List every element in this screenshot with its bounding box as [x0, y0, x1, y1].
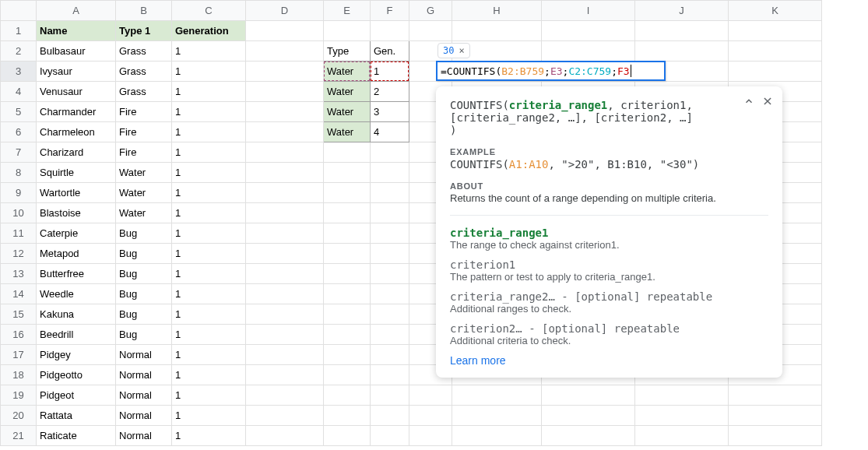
cell-A19[interactable]: Pidgeot [37, 385, 116, 406]
column-header-C[interactable]: C [172, 1, 246, 21]
close-icon[interactable] [762, 96, 773, 109]
cell-C16[interactable]: 1 [172, 325, 246, 345]
cell-A7[interactable]: Charizard [37, 142, 116, 163]
column-header-K[interactable]: K [729, 1, 822, 21]
cell-C4[interactable]: 1 [172, 82, 246, 102]
cell-F17[interactable] [371, 345, 409, 365]
cell-K2[interactable] [729, 41, 822, 62]
learn-more-link[interactable]: Learn more [450, 354, 506, 367]
column-header-G[interactable]: G [409, 1, 452, 21]
cell-E5[interactable]: Water [324, 102, 371, 122]
row-header-20[interactable]: 20 [1, 406, 37, 426]
cell-D2[interactable] [246, 41, 324, 62]
cell-F11[interactable] [371, 223, 409, 244]
row-header-5[interactable]: 5 [1, 102, 37, 122]
cell-F14[interactable] [371, 284, 409, 304]
column-header-D[interactable]: D [246, 1, 324, 21]
cell-D9[interactable] [246, 183, 324, 203]
row-header-17[interactable]: 17 [1, 345, 37, 365]
cell-F10[interactable] [371, 203, 409, 223]
cell-J21[interactable] [635, 426, 729, 446]
cell-C21[interactable]: 1 [172, 426, 246, 446]
cell-F9[interactable] [371, 183, 409, 203]
cell-A4[interactable]: Venusaur [37, 82, 116, 102]
cell-D10[interactable] [246, 203, 324, 223]
row-header-19[interactable]: 19 [1, 385, 37, 406]
cell-D21[interactable] [246, 426, 324, 446]
cell-B20[interactable]: Normal [116, 406, 172, 426]
cell-C20[interactable]: 1 [172, 406, 246, 426]
cell-A20[interactable]: Rattata [37, 406, 116, 426]
cell-B19[interactable]: Normal [116, 385, 172, 406]
cell-G19[interactable] [409, 385, 452, 406]
cell-A9[interactable]: Wartortle [37, 183, 116, 203]
row-header-8[interactable]: 8 [1, 163, 37, 183]
cell-I21[interactable] [542, 426, 635, 446]
cell-I19[interactable] [542, 385, 635, 406]
cell-J1[interactable] [635, 21, 729, 41]
cell-E12[interactable] [324, 244, 371, 264]
cell-D11[interactable] [246, 223, 324, 244]
cell-J20[interactable] [635, 406, 729, 426]
cell-F7[interactable] [371, 142, 409, 163]
cell-A3[interactable]: Ivysaur [37, 62, 116, 82]
cell-K21[interactable] [729, 426, 822, 446]
row-header-18[interactable]: 18 [1, 365, 37, 385]
cell-I2[interactable] [542, 41, 635, 62]
cell-J19[interactable] [635, 385, 729, 406]
cell-A12[interactable]: Metapod [37, 244, 116, 264]
cell-K20[interactable] [729, 406, 822, 426]
cell-C14[interactable]: 1 [172, 284, 246, 304]
row-header-9[interactable]: 9 [1, 183, 37, 203]
cell-E15[interactable] [324, 304, 371, 325]
row-header-7[interactable]: 7 [1, 142, 37, 163]
cell-A5[interactable]: Charmander [37, 102, 116, 122]
cell-E20[interactable] [324, 406, 371, 426]
cell-A11[interactable]: Caterpie [37, 223, 116, 244]
cell-B13[interactable]: Bug [116, 264, 172, 284]
cell-G1[interactable] [409, 21, 452, 41]
cell-A6[interactable]: Charmeleon [37, 122, 116, 142]
cell-D5[interactable] [246, 102, 324, 122]
cell-D16[interactable] [246, 325, 324, 345]
cell-J2[interactable] [635, 41, 729, 62]
cell-K19[interactable] [729, 385, 822, 406]
cell-D20[interactable] [246, 406, 324, 426]
select-all-corner[interactable] [1, 1, 37, 21]
cell-C19[interactable]: 1 [172, 385, 246, 406]
cell-E2[interactable]: Type [324, 41, 371, 62]
cell-D15[interactable] [246, 304, 324, 325]
cell-A16[interactable]: Beedrill [37, 325, 116, 345]
row-header-1[interactable]: 1 [1, 21, 37, 41]
cell-E14[interactable] [324, 284, 371, 304]
cell-A17[interactable]: Pidgey [37, 345, 116, 365]
cell-C8[interactable]: 1 [172, 163, 246, 183]
column-header-I[interactable]: I [542, 1, 635, 21]
cell-B6[interactable]: Fire [116, 122, 172, 142]
cell-B8[interactable]: Water [116, 163, 172, 183]
cell-K1[interactable] [729, 21, 822, 41]
cell-C5[interactable]: 1 [172, 102, 246, 122]
cell-A21[interactable]: Raticate [37, 426, 116, 446]
cell-C13[interactable]: 1 [172, 264, 246, 284]
cell-B9[interactable]: Water [116, 183, 172, 203]
cell-H1[interactable] [452, 21, 542, 41]
cell-B11[interactable]: Bug [116, 223, 172, 244]
cell-E3[interactable]: Water [324, 62, 371, 82]
cell-F12[interactable] [371, 244, 409, 264]
row-header-13[interactable]: 13 [1, 264, 37, 284]
cell-C11[interactable]: 1 [172, 223, 246, 244]
cell-C3[interactable]: 1 [172, 62, 246, 82]
column-header-H[interactable]: H [452, 1, 542, 21]
cell-D1[interactable] [246, 21, 324, 41]
row-header-2[interactable]: 2 [1, 41, 37, 62]
cell-D6[interactable] [246, 122, 324, 142]
column-header-E[interactable]: E [324, 1, 371, 21]
cell-F16[interactable] [371, 325, 409, 345]
cell-D19[interactable] [246, 385, 324, 406]
cell-E7[interactable] [324, 142, 371, 163]
cell-D18[interactable] [246, 365, 324, 385]
cell-C2[interactable]: 1 [172, 41, 246, 62]
cell-C9[interactable]: 1 [172, 183, 246, 203]
cell-D3[interactable] [246, 62, 324, 82]
